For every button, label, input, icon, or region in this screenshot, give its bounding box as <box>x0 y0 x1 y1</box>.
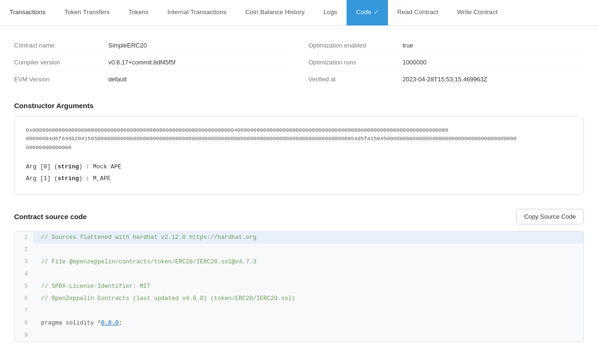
arg0-type: string <box>58 164 79 170</box>
constructor-section: Constructor Arguments 0x0000000000000000… <box>14 102 584 195</box>
nav-tabs: Transactions Token Transfers Tokens Inte… <box>0 0 598 26</box>
tab-tokens[interactable]: Tokens <box>119 0 158 25</box>
source-code-title: Contract source code <box>14 213 87 221</box>
compiler-version-value: v0.8.17+commit.8df45f5f <box>108 59 290 66</box>
line-number-4: 4 <box>15 268 33 280</box>
contract-name-label: Contract name: <box>14 42 108 49</box>
contract-name-value: SimpleERC20 <box>108 42 290 49</box>
code-line-1: 1 // Sources flattened with hardhat v2.1… <box>15 231 583 244</box>
code-line-4: 4 <box>15 268 583 280</box>
evm-version-label: EVM Version <box>14 76 108 83</box>
evm-version-row: EVM Version default <box>14 71 290 87</box>
optimization-runs-row: Optimization runs 1000000 <box>308 54 584 71</box>
line-content-1: // Sources flattened with hardhat v2.12.… <box>33 231 583 244</box>
line-number-7: 7 <box>15 305 33 317</box>
pragma-end: ; <box>119 320 122 326</box>
source-code-section: Contract source code Copy Source Code 1 … <box>14 209 584 342</box>
verified-at-row: Verified at 2023-04-28T15:53:15.469963Z <box>308 71 584 87</box>
main-content: Contract name: SimpleERC20 Compiler vers… <box>0 26 598 353</box>
arg0-value: Mock APE <box>93 164 121 170</box>
contract-name-row: Contract name: SimpleERC20 <box>14 37 290 54</box>
optimization-enabled-label: Optimization enabled <box>308 42 403 49</box>
arg1-value: M_APE <box>93 175 111 182</box>
source-code-header: Contract source code Copy Source Code <box>14 209 584 224</box>
arg-1: Arg [1] (string) : M_APE <box>26 173 572 185</box>
code-label: Code <box>356 8 371 16</box>
contract-info: Contract name: SimpleERC20 Compiler vers… <box>14 37 584 87</box>
optimization-runs-value: 1000000 <box>403 59 584 66</box>
info-left-col: Contract name: SimpleERC20 Compiler vers… <box>14 37 290 87</box>
arg1-type: string <box>58 175 79 182</box>
line-content-8: pragma solidity ^0.8.0; <box>33 317 583 329</box>
tab-write-contract[interactable]: Write Contract <box>448 0 507 25</box>
verified-at-label: Verified at <box>308 76 403 83</box>
code-line-5: 5 // SPDX-License-Identifier: MIT <box>15 280 583 293</box>
tab-transactions[interactable]: Transactions <box>0 0 55 25</box>
constructor-args-box: 0x00000000000000000000000000000000000000… <box>14 116 584 195</box>
arg-0: Arg [0] (string) : Mock APE <box>26 161 572 173</box>
hex-line3: 00000000000000 <box>26 144 72 150</box>
copy-source-code-button[interactable]: Copy Source Code <box>516 209 584 224</box>
code-line-2: 2 <box>15 244 583 256</box>
code-line-7: 7 <box>15 305 583 317</box>
code-line-8: 8 pragma solidity ^0.8.0; <box>15 317 583 329</box>
line-content-5: // SPDX-License-Identifier: MIT <box>33 280 583 293</box>
constructor-section-title: Constructor Arguments <box>14 102 584 110</box>
line-number-1: 1 <box>15 231 33 244</box>
tab-internal-transactions[interactable]: Internal Transactions <box>158 0 236 25</box>
tab-code[interactable]: Code ✓ <box>347 0 388 25</box>
code-line-6: 6 // OpenZeppelin Contracts (last update… <box>15 293 583 305</box>
check-icon: ✓ <box>374 9 379 16</box>
compiler-version-row: Compiler version v0.8.17+commit.8df45f5f <box>14 54 290 71</box>
code-line-9: 9 <box>15 329 583 341</box>
tab-coin-balance-history[interactable]: Coin Balance History <box>236 0 314 25</box>
line-number-8: 8 <box>15 317 33 329</box>
evm-version-value: default <box>108 76 290 83</box>
line-number-2: 2 <box>15 244 33 256</box>
optimization-runs-label: Optimization runs <box>308 59 403 66</box>
version-link[interactable]: 0.8.0 <box>101 320 119 326</box>
code-line-3: 3 // File @openzeppelin/contracts/token/… <box>15 256 583 268</box>
optimization-enabled-value: true <box>403 42 584 49</box>
tab-token-transfers[interactable]: Token Transfers <box>55 0 119 25</box>
hex-line1: 0x00000000000000000000000000000000000000… <box>26 127 448 133</box>
line-content-6: // OpenZeppelin Contracts (last updated … <box>33 293 583 305</box>
line-number-5: 5 <box>15 280 33 293</box>
tab-logs[interactable]: Logs <box>314 0 347 25</box>
tab-read-contract[interactable]: Read Contract <box>388 0 448 25</box>
hex-line2: 00000084d6f636b2041505000000000000000000… <box>26 135 517 142</box>
optimization-enabled-row: Optimization enabled true <box>308 37 584 54</box>
verified-at-value: 2023-04-28T15:53:15.469963Z <box>403 76 584 83</box>
line-number-9: 9 <box>15 329 33 341</box>
info-right-col: Optimization enabled true Optimization r… <box>308 37 584 87</box>
hex-content: 0x00000000000000000000000000000000000000… <box>26 126 572 152</box>
code-editor: 1 // Sources flattened with hardhat v2.1… <box>14 231 584 342</box>
pragma-keyword: pragma solidity ^ <box>41 320 101 326</box>
line-content-3: // File @openzeppelin/contracts/token/ER… <box>33 256 583 268</box>
line-number-3: 3 <box>15 256 33 268</box>
compiler-version-label: Compiler version <box>14 59 108 66</box>
line-number-6: 6 <box>15 293 33 305</box>
